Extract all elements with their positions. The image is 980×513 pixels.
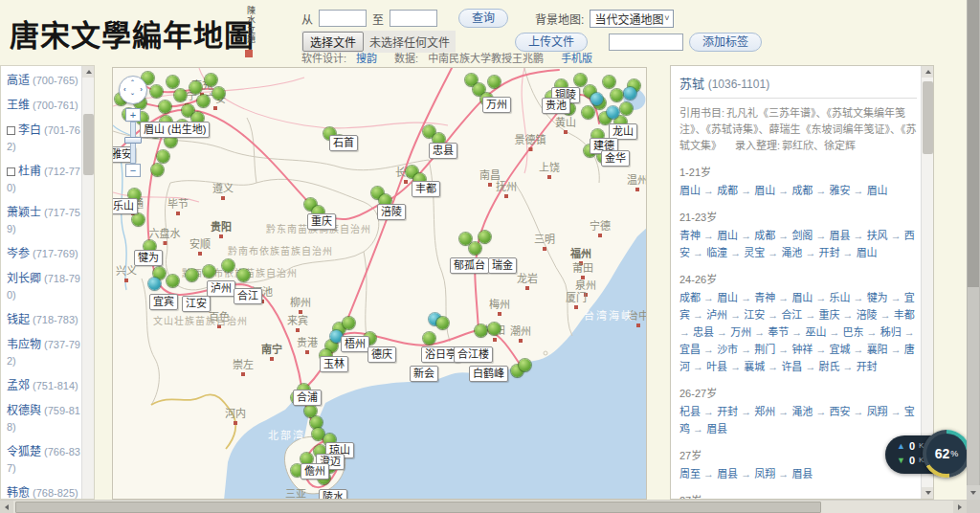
map-marker[interactable] [167,275,179,287]
scroll-up-icon[interactable] [922,66,934,78]
choose-file-button[interactable]: 选择文件 [302,32,364,52]
map-marker[interactable] [186,269,198,281]
place-link[interactable]: 杞县 [679,406,701,417]
place-link[interactable]: 渑池 [781,247,802,258]
place-link[interactable]: 眉县 [830,230,851,241]
place-link[interactable]: 沙市 [717,344,738,355]
map-marker[interactable] [469,242,481,255]
place-link[interactable]: 襄城 [744,361,765,372]
bg-map-select[interactable]: 当代交通地图 ˅ [590,10,674,28]
zoom-in-button[interactable]: + [125,108,141,122]
map-marker[interactable] [423,332,435,345]
pan-right-icon[interactable]: › [140,86,143,94]
place-link[interactable]: 巫山 [805,326,826,338]
map-place-chip[interactable]: 乐山 [112,198,138,214]
map-marker[interactable] [479,231,491,243]
place-link[interactable]: 郑州 [754,406,775,417]
place-link[interactable]: 凤翔 [867,406,888,417]
list-item-poet[interactable]: 高适 (700-765) [7,72,81,88]
from-year-input[interactable] [319,10,367,27]
place-link[interactable]: 青神 [754,292,775,303]
detail-scroll-thumb[interactable] [923,81,933,154]
map-place-chip[interactable]: 贵池 [542,98,570,114]
place-link[interactable]: 眉山 [867,185,888,196]
place-link[interactable]: 青神 [679,230,701,241]
place-link[interactable]: 眉山 [791,292,813,303]
map-marker[interactable] [205,74,217,86]
add-tag-button[interactable]: 添加标签 [689,33,762,52]
place-link[interactable]: 合江 [781,309,802,321]
place-link[interactable]: 雅安 [830,185,851,196]
poet-checkbox[interactable] [7,126,15,135]
place-link[interactable]: 涪陵 [857,309,878,321]
map-place-chip[interactable]: 犍为 [134,250,163,266]
place-link[interactable]: 开封 [819,247,840,258]
page-horizontal-scroll-thumb[interactable] [15,502,821,513]
map-marker[interactable] [624,87,636,100]
place-link[interactable]: 眉山 [717,230,738,241]
place-link[interactable]: 灵宝 [744,247,765,258]
zoom-slider-handle[interactable] [124,137,142,144]
map-marker[interactable] [203,265,215,278]
list-item-poet[interactable]: 权德舆 (759-818) [7,402,81,435]
map-marker[interactable] [574,74,587,86]
place-link[interactable]: 渑池 [791,406,813,417]
query-button[interactable]: 查询 [458,9,508,28]
pan-down-icon[interactable]: ˇ [131,93,134,100]
map-marker[interactable] [488,323,501,335]
map-marker[interactable] [582,106,594,119]
place-link[interactable]: 万州 [730,326,751,338]
place-link[interactable]: 开封 [717,406,738,417]
place-link[interactable]: 尉氏 [819,361,840,372]
scroll-right-icon[interactable] [953,501,967,513]
map-marker[interactable] [603,76,615,88]
to-year-input[interactable] [390,10,437,27]
map-marker[interactable] [157,150,169,163]
map-marker[interactable] [222,259,234,272]
place-link[interactable]: 成都 [754,230,775,241]
list-item-poet[interactable]: 杜甫 (712-770) [7,163,81,195]
map-marker[interactable] [151,164,164,176]
map-marker[interactable] [436,317,449,329]
zoom-out-button[interactable]: − [125,164,141,177]
map-pan-control[interactable]: ˆ ˇ ‹ › [119,76,147,104]
place-link[interactable]: 宜城 [830,344,851,355]
map-marker[interactable] [174,89,187,101]
map-marker[interactable] [132,213,145,226]
map-place-chip[interactable]: 玉林 [320,356,348,372]
tag-input[interactable] [609,33,683,51]
map-place-chip[interactable]: 新会 [410,366,438,382]
map-marker[interactable] [607,106,619,119]
page-vertical-scrollbar[interactable] [967,0,980,500]
place-link[interactable]: 眉山 [717,292,738,303]
place-link[interactable]: 钟祥 [791,344,813,355]
map-marker[interactable] [150,85,163,98]
place-link[interactable]: 许昌 [781,361,802,372]
map-place-chip[interactable]: 石首 [329,135,358,151]
place-link[interactable]: 剑阁 [791,230,813,241]
scroll-up-icon[interactable] [82,66,95,78]
place-link[interactable]: 眉县 [791,468,813,480]
scroll-down-icon[interactable] [967,485,980,500]
map-place-chip[interactable]: 郁孤台 [450,257,489,274]
pan-up-icon[interactable]: ˆ [131,79,134,87]
place-link[interactable]: 扶风 [867,230,888,241]
map-place-chip[interactable]: 合浦 [293,390,322,406]
map-place-chip[interactable]: 陵水 [319,489,347,500]
map-place-chip[interactable]: 万州 [482,97,511,113]
map-marker[interactable] [148,278,161,290]
map-marker[interactable] [611,89,623,101]
place-link[interactable]: 奉节 [768,326,789,338]
map-place-chip[interactable]: 梧州 [341,336,369,352]
map-marker[interactable] [310,416,323,429]
map-marker[interactable] [519,359,531,371]
pan-left-icon[interactable]: ‹ [123,86,126,94]
design-link[interactable]: 搜韵 [356,50,377,65]
list-item-poet[interactable]: 岑参 (717-769) [7,245,81,261]
map-marker[interactable] [189,81,202,94]
map-place-chip[interactable]: 重庆 [307,213,336,230]
map-marker[interactable] [488,76,501,88]
scroll-down-icon[interactable] [922,487,934,499]
map-marker[interactable] [237,269,250,281]
map-place-chip[interactable]: 江安 [182,296,211,312]
